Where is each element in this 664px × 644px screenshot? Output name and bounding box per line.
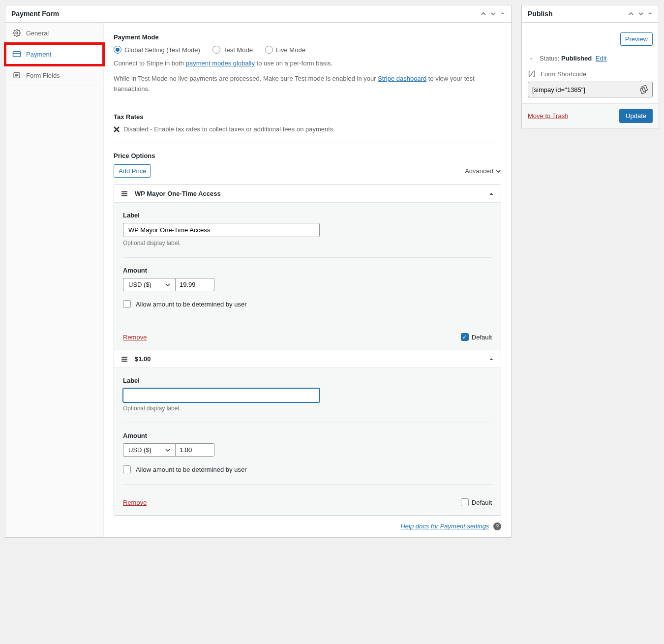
shortcode-label: Form Shortcode xyxy=(541,70,586,78)
currency-select[interactable]: USD ($) xyxy=(123,443,175,457)
chevron-down-icon xyxy=(165,282,170,287)
tab-payment[interactable]: Payment xyxy=(5,44,103,65)
currency-label: USD ($) xyxy=(128,281,151,288)
collapse-icon[interactable] xyxy=(489,191,494,196)
label-heading: Label xyxy=(123,212,492,219)
allow-custom-checkbox[interactable] xyxy=(123,465,131,473)
publish-panel-title: Publish xyxy=(528,10,553,18)
payment-mode-help1b: to use on a per-form basis. xyxy=(255,60,332,67)
label-hint: Optional display label. xyxy=(123,405,492,412)
tax-after-text: to collect taxes or additional fees on p… xyxy=(200,125,335,133)
help-docs-link[interactable]: Help docs for Payment settings xyxy=(400,522,489,530)
price-card: WP Mayor One-Time Access Label Optional … xyxy=(114,184,501,350)
edit-status-link[interactable]: Edit xyxy=(596,55,606,62)
shortcode-icon xyxy=(528,70,536,78)
price-heading: Price Options xyxy=(114,152,501,159)
allow-custom-label: Allow amount to be determined by user xyxy=(136,466,246,473)
payment-mode-help2a: While in Test Mode no live payments are … xyxy=(114,75,378,82)
radio-live-mode[interactable]: Live Mode xyxy=(265,46,305,54)
svg-line-13 xyxy=(530,71,533,76)
amount-heading: Amount xyxy=(123,432,492,439)
payment-mode-heading: Payment Mode xyxy=(114,33,501,41)
radio-live-label: Live Mode xyxy=(276,46,305,54)
radio-test-mode[interactable]: Test Mode xyxy=(212,46,253,54)
svg-rect-1 xyxy=(13,52,21,57)
panel-up-icon[interactable] xyxy=(481,11,486,17)
currency-select[interactable]: USD ($) xyxy=(123,278,175,291)
allow-custom-label: Allow amount to be determined by user xyxy=(136,301,246,308)
radio-test-label: Test Mode xyxy=(223,46,253,54)
stripe-dashboard-link[interactable]: Stripe dashboard xyxy=(378,75,426,82)
tab-form-fields[interactable]: Form Fields xyxy=(5,65,103,86)
status-value: Published xyxy=(561,55,592,62)
add-price-button[interactable]: Add Price xyxy=(114,164,151,178)
credit-card-icon xyxy=(12,50,21,59)
currency-label: USD ($) xyxy=(128,446,151,454)
panel-down-icon[interactable] xyxy=(490,11,496,17)
allow-custom-checkbox[interactable] xyxy=(123,300,131,308)
default-label: Default xyxy=(472,499,492,506)
price-card-header[interactable]: $1.00 xyxy=(114,350,501,368)
drag-handle-icon[interactable] xyxy=(121,190,128,197)
shortcode-input[interactable] xyxy=(532,86,639,93)
price-card-header[interactable]: WP Mayor One-Time Access xyxy=(114,185,501,202)
main-panel-title: Payment Form xyxy=(11,10,59,18)
default-checkbox[interactable]: ✓ xyxy=(461,333,469,341)
label-hint: Optional display label. xyxy=(123,240,492,246)
label-input[interactable] xyxy=(123,223,320,237)
tab-payment-label: Payment xyxy=(26,51,51,58)
advanced-label: Advanced xyxy=(465,167,493,175)
remove-link[interactable]: Remove xyxy=(123,499,147,506)
label-heading: Label xyxy=(123,377,492,384)
panel-up-icon[interactable] xyxy=(628,11,634,17)
payment-mode-help1a: Connect to Stripe in both xyxy=(114,60,186,67)
price-card: $1.00 Label Optional display label. Amou xyxy=(114,350,501,516)
enable-tax-link[interactable]: Enable tax rates xyxy=(154,125,200,133)
tax-heading: Tax Rates xyxy=(114,113,501,121)
chevron-down-icon xyxy=(165,448,170,453)
radio-global-setting[interactable]: Global Setting (Test Mode) xyxy=(114,46,200,54)
panel-down-icon[interactable] xyxy=(638,11,644,17)
gear-icon xyxy=(12,29,21,37)
x-icon xyxy=(114,126,120,132)
price-card-title: WP Mayor One-Time Access xyxy=(135,190,221,197)
preview-button[interactable]: Preview xyxy=(620,32,653,46)
tax-disabled-text: Disabled - xyxy=(123,125,154,133)
form-fields-icon xyxy=(12,71,21,80)
help-icon[interactable]: ? xyxy=(493,522,501,530)
pin-icon xyxy=(528,55,535,62)
remove-link[interactable]: Remove xyxy=(123,334,147,341)
amount-input[interactable] xyxy=(175,443,214,457)
tab-general-label: General xyxy=(26,30,49,37)
chevron-down-icon xyxy=(495,168,501,174)
move-to-trash-link[interactable]: Move to Trash xyxy=(528,112,568,120)
price-card-title: $1.00 xyxy=(135,355,151,363)
update-button[interactable]: Update xyxy=(619,109,653,123)
amount-input[interactable] xyxy=(175,278,214,291)
tab-general[interactable]: General xyxy=(5,23,103,44)
amount-heading: Amount xyxy=(123,267,492,274)
drag-handle-icon[interactable] xyxy=(121,356,128,363)
settings-tabs: General Payment Form Fields xyxy=(5,23,104,537)
advanced-toggle[interactable]: Advanced xyxy=(465,167,501,175)
svg-point-0 xyxy=(16,32,18,34)
label-input[interactable] xyxy=(123,388,320,402)
default-checkbox[interactable] xyxy=(461,498,469,506)
panel-collapse-icon[interactable] xyxy=(648,11,653,17)
default-label: Default xyxy=(472,334,492,341)
tab-form-fields-label: Form Fields xyxy=(26,72,60,79)
panel-collapse-icon[interactable] xyxy=(500,11,505,17)
status-label: Status: xyxy=(540,55,561,62)
payment-modes-link[interactable]: payment modes globally xyxy=(186,60,255,67)
radio-global-label: Global Setting (Test Mode) xyxy=(124,46,200,54)
collapse-icon[interactable] xyxy=(489,357,494,362)
copy-icon[interactable] xyxy=(639,85,648,94)
